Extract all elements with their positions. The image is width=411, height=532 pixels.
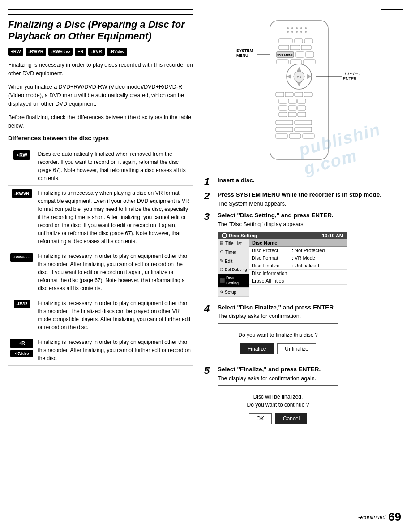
osd-sidebar-title-list: ▤ Title List — [218, 239, 249, 248]
svg-point-2 — [291, 27, 293, 29]
svg-rect-35 — [279, 99, 287, 103]
svg-rect-48 — [276, 134, 287, 138]
osd-row-format: Disc Format : VR Mode — [249, 254, 347, 262]
osd-format-value: : VR Mode — [290, 254, 347, 262]
badge-cell-minus-rwvr: -RWVR — [8, 186, 35, 249]
confirm-buttons-1: Finalize Unfinalize — [223, 343, 334, 354]
svg-rect-42 — [288, 112, 296, 117]
disc-desc-minus-rwvr: Finalizing is unnecessary when playing a… — [35, 186, 193, 249]
svg-rect-45 — [295, 120, 312, 125]
svg-rect-44 — [276, 120, 293, 125]
svg-point-7 — [291, 31, 293, 33]
osd-title: Disc Setting — [229, 233, 257, 238]
osd-header-left: Disc Setting — [222, 233, 257, 238]
step-1-num: 1 — [204, 176, 218, 187]
step-2-content: Press SYSTEM MENU while the recorder is … — [218, 191, 403, 208]
step-1-content: Insert a disc. — [218, 176, 403, 184]
svg-rect-11 — [279, 39, 292, 43]
svg-rect-33 — [295, 92, 303, 97]
step-4: 4 Select "Disc Finalize," and press ENTE… — [204, 304, 403, 362]
dubbing-icon: ⬡ — [220, 267, 223, 273]
badge-minus-rwvr: -RWVR — [26, 48, 46, 56]
timer-label: Timer — [225, 249, 236, 255]
osd-header: Disc Setting 10:10 AM — [218, 232, 347, 239]
badge-cell-plus-rw: +RW — [8, 147, 35, 186]
svg-rect-19 — [296, 52, 304, 57]
badge-plus-rw: +RW — [8, 48, 23, 56]
svg-point-10 — [305, 31, 307, 33]
svg-rect-20 — [306, 52, 314, 57]
finalize-button[interactable]: Finalize — [240, 343, 274, 354]
steps-section: 1 Insert a disc. 2 Press SYSTEM MENU whi… — [204, 176, 403, 432]
svg-rect-50 — [303, 134, 314, 138]
remote-area: SYS MENU — [204, 18, 403, 172]
right-top-rule — [381, 9, 403, 10]
svg-point-8 — [296, 31, 298, 33]
osd-sidebar-setup: ⚙ Setup — [218, 288, 249, 297]
page-footer: ➔continued 69 — [358, 510, 401, 524]
svg-rect-47 — [295, 127, 312, 132]
badge-plus-r: +R — [75, 48, 86, 56]
disc-desc-minus-rwvideo: Finalizing is necessary in order to play… — [35, 249, 193, 296]
svg-rect-13 — [304, 39, 313, 43]
svg-rect-39 — [288, 106, 296, 110]
confirm-text-2: Disc will be finalized.Do you want to co… — [223, 393, 334, 409]
step-5-content: Select "Finalize," and press ENTER. The … — [218, 365, 403, 432]
step-1-main: Insert a disc. — [218, 176, 403, 184]
svg-rect-15 — [290, 45, 300, 50]
step-4-content: Select "Disc Finalize," and press ENTER.… — [218, 304, 403, 362]
svg-marker-28 — [287, 74, 291, 79]
edit-icon: ✎ — [220, 258, 223, 264]
timer-icon: ⏱ — [220, 249, 224, 255]
osd-main-area: Disc Name Disc Protect : Not Protected D… — [249, 239, 347, 297]
svg-point-3 — [296, 27, 298, 29]
svg-text:SYSTEM: SYSTEM — [236, 48, 253, 53]
confirm-buttons-2: OK Cancel — [223, 413, 334, 424]
step-2-sub: The System Menu appears. — [218, 200, 403, 208]
osd-protect-label: Disc Protect — [249, 247, 290, 254]
osd-row-protect: Disc Protect : Not Protected — [249, 247, 347, 254]
step-3-content: Select "Disc Setting," and press ENTER. … — [218, 211, 403, 300]
disc-desc-plus-r-rvideo: Finalizing is necessary in order to play… — [35, 335, 193, 366]
svg-rect-41 — [279, 112, 287, 117]
confirm-box-1: Do you want to finalize this disc ? Fina… — [218, 323, 338, 359]
disc-setting-label: Disc Setting — [226, 275, 247, 286]
step-5: 5 Select "Finalize," and press ENTER. Th… — [204, 365, 403, 432]
step-1: 1 Insert a disc. — [204, 176, 403, 187]
svg-point-5 — [305, 27, 307, 29]
svg-rect-49 — [289, 134, 301, 138]
right-column: SYS MENU — [201, 9, 403, 523]
intro-para-2: When you finalize a DVD+RW/DVD-RW (Video… — [8, 83, 193, 109]
svg-text:ENTER: ENTER — [343, 77, 357, 81]
svg-point-6 — [287, 31, 289, 33]
svg-text:MENU: MENU — [236, 53, 248, 58]
badge-cell-plus-r-rvideo: +R -RVideo — [8, 335, 35, 366]
badge-minus-rvr: -RVR — [88, 48, 104, 56]
svg-marker-29 — [307, 74, 312, 79]
title-list-icon: ▤ — [220, 240, 224, 246]
badge-cell-minus-rvr: -RVR — [8, 296, 35, 335]
setup-icon: ⚙ — [220, 290, 223, 295]
unfinalize-button[interactable]: Unfinalize — [277, 343, 316, 354]
remote-svg: SYS MENU — [234, 18, 373, 172]
disc-badges: +RW -RWVR -RWVideo +R -RVR -RVideo — [8, 48, 193, 56]
svg-rect-36 — [288, 99, 296, 103]
step-3: 3 Select "Disc Setting," and press ENTER… — [204, 211, 403, 300]
confirm-text-1: Do you want to finalize this disc ? — [223, 331, 334, 339]
table-row: -RVR Finalizing is necessary in order to… — [8, 296, 193, 335]
svg-rect-43 — [298, 112, 306, 117]
osd-sidebar-dubbing: ⬡ Dbl Dubbing — [218, 266, 249, 275]
osd-protect-value: : Not Protected — [290, 247, 347, 254]
left-column: Finalizing a Disc (Preparing a Disc for … — [8, 9, 201, 523]
svg-rect-16 — [301, 45, 311, 50]
diff-heading: Differences between the disc types — [8, 135, 193, 143]
ok-button[interactable]: OK — [249, 413, 272, 424]
confirm-box-2: Disc will be finalized.Do you want to co… — [218, 385, 338, 429]
top-rule — [8, 9, 193, 10]
step-5-num: 5 — [204, 365, 218, 376]
step-2: 2 Press SYSTEM MENU while the recorder i… — [204, 191, 403, 208]
svg-rect-40 — [298, 106, 306, 110]
cancel-button[interactable]: Cancel — [275, 413, 307, 424]
osd-disc-setting: Disc Setting 10:10 AM ▤ Title List — [218, 232, 347, 297]
svg-rect-46 — [276, 127, 293, 132]
